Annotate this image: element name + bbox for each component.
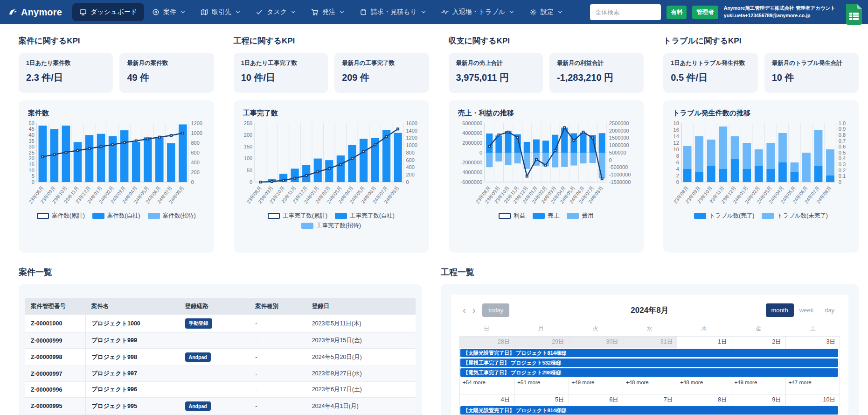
calendar-event[interactable]: 【太陽光設置完了日】 プロジェクト814様邸 [460, 349, 838, 357]
table-row[interactable]: Z-00000999プロジェクト999-2023年9月15日(金) [25, 333, 416, 349]
svg-text:0.4: 0.4 [839, 155, 846, 161]
more-events-link[interactable]: +48 more [677, 378, 731, 394]
nav-item-ダッシュボード[interactable]: ダッシュボード [72, 3, 144, 21]
more-events-link[interactable]: +49 more [731, 378, 785, 394]
svg-text:0.6: 0.6 [839, 144, 846, 149]
chevron-down-icon [180, 10, 186, 14]
svg-text:0: 0 [609, 157, 611, 163]
svg-text:0.7: 0.7 [839, 138, 846, 144]
calendar-date-cell[interactable]: 29日 [514, 337, 568, 348]
legend-item[interactable]: トラブル数(未完了) [762, 212, 828, 220]
svg-text:0: 0 [839, 179, 841, 185]
svg-text:1400: 1400 [406, 128, 417, 134]
brand[interactable]: Anymore [8, 7, 62, 18]
legend-item[interactable]: 工事完了数(招待) [301, 222, 361, 230]
calendar-date-cell[interactable]: 1日 [677, 337, 731, 348]
svg-text:25: 25 [29, 150, 35, 155]
calendar-week-row: 28日29日30日31日1日2日3日【太陽光設置完了日】 プロジェクト814様邸… [460, 337, 840, 394]
svg-text:50: 50 [29, 120, 35, 126]
calendar-date-cell[interactable]: 5日 [514, 394, 568, 406]
kpi-value: 49 件 [127, 71, 206, 84]
legend-label: 案件数(自社) [107, 212, 140, 220]
calendar-event[interactable]: 【屋根工事完了日】 プロジェクト532様邸 [460, 359, 838, 367]
project-route [180, 333, 250, 349]
calendar-view-month[interactable]: month [766, 303, 794, 317]
global-search-input[interactable] [590, 4, 661, 20]
nav-item-タスク[interactable]: タスク [249, 3, 303, 21]
svg-text:40: 40 [29, 132, 35, 138]
chart-card: 工事完了数05010015020025002004006008001000120… [234, 100, 429, 253]
calendar-view-week[interactable]: week [794, 303, 819, 317]
kpi-label: 最新月のトラブル発生合計 [772, 59, 851, 67]
chart-area: 02468101214161800.10.20.30.40.50.60.70.8… [670, 120, 852, 213]
table-row[interactable]: Z-00001000プロジェクト1000手動登録-2023年5月11日(木) [25, 315, 416, 333]
spreadsheet-icon[interactable] [844, 3, 864, 28]
legend-swatch [335, 213, 347, 219]
calendar-event[interactable]: 【太陽光設置完了日】 プロジェクト814様邸 [460, 406, 838, 415]
nav-item-案件[interactable]: 案件 [145, 3, 193, 21]
project-date: 2024年5月20日(月) [306, 349, 416, 366]
more-events-link[interactable]: +51 more [514, 378, 568, 394]
kpi-card: 最新月のトラブル発生合計10 件 [764, 53, 859, 93]
legend-item[interactable]: 工事完了数(自社) [335, 212, 395, 220]
calendar-date-cell[interactable]: 9日 [731, 394, 785, 406]
svg-text:150: 150 [244, 144, 252, 149]
table-row[interactable]: Z-00000997プロジェクト997-2023年9月27日(水) [25, 366, 416, 382]
calendar-date-cell[interactable]: 8日 [677, 394, 731, 406]
legend-label: 工事完了数(招待) [316, 222, 361, 230]
calendar-event[interactable]: 【電気工事完了日】 プロジェクト298様邸 [460, 368, 838, 377]
nav-item-請求・見積もり[interactable]: 請求・見積もり [353, 3, 433, 21]
more-events-link[interactable]: +47 more [785, 378, 840, 394]
nav-item-入退場・トラブル[interactable]: 入退場・トラブル [434, 3, 521, 21]
legend-item[interactable]: 案件数(自社) [92, 212, 140, 220]
table-row[interactable]: Z-00000995プロジェクト995Andpad-2024年4月1日(月) [25, 398, 416, 415]
chart-title: トラブル発生件数の推移 [673, 109, 852, 118]
legend-item[interactable]: 案件数(累計) [37, 212, 85, 220]
calendar-view-day[interactable]: day [819, 303, 840, 317]
kpi-section: 工程に関するKPI1日あたり工事完了数10 件/日最新月の工事完了数209 件工… [234, 35, 429, 253]
calendar-date-cell[interactable]: 28日 [460, 337, 514, 348]
calendar-date-cell[interactable]: 6日 [569, 394, 623, 406]
calendar-date-cell[interactable]: 10日 [785, 394, 840, 406]
calendar-date-cell[interactable]: 4日 [460, 394, 514, 406]
gear-icon [529, 8, 537, 16]
schedule-title: 工程一覧 [441, 267, 859, 278]
project-route: 手動登録 [180, 315, 250, 333]
chart-canvas: -6000000-4000000-20000000200000040000006… [455, 120, 636, 211]
weekday-label: 金 [731, 323, 786, 335]
legend-item[interactable]: 利益 [499, 212, 525, 220]
calendar-date-cell[interactable]: 30日 [569, 337, 623, 348]
calendar-toolbar: ‹ › today 2024年8月 monthweekday [459, 302, 840, 318]
kpi-card: 最新月の売上合計3,975,011 円 [449, 53, 543, 93]
nav-item-発注[interactable]: 発注 [304, 3, 352, 21]
legend-item[interactable]: トラブル数(完了) [694, 212, 754, 220]
legend-swatch [499, 213, 511, 219]
nav-item-設定[interactable]: 設定 [522, 3, 570, 21]
kpi-section: 案件に関するKPI1日あたり案件数2.3 件/日最新月の案件数49 件案件数05… [19, 35, 214, 253]
calendar-date-cell[interactable]: 7日 [623, 394, 677, 406]
calendar-date-cell[interactable]: 31日 [623, 337, 677, 348]
table-row[interactable]: Z-00000998プロジェクト998Andpad-2024年5月20日(月) [25, 349, 416, 366]
kpi-card: 1日あたり工事完了数10 件/日 [234, 53, 328, 93]
table-row[interactable]: Z-00000996プロジェクト996-2023年6月17日(土) [25, 382, 416, 398]
column-header: 案件名 [86, 298, 180, 315]
more-events-link[interactable]: +54 more [460, 378, 514, 394]
invoice-icon [360, 8, 367, 16]
nav-item-取引先[interactable]: 取引先 [194, 3, 248, 21]
nav-items: ダッシュボード案件取引先タスク発注請求・見積もり入退場・トラブル設定 [72, 3, 570, 21]
top-navbar: Anymore ダッシュボード案件取引先タスク発注請求・見積もり入退場・トラブル… [0, 0, 868, 24]
legend-item[interactable]: 案件数(招待) [148, 212, 196, 220]
kpi-label: 最新月の売上合計 [456, 59, 535, 67]
calendar-date-cell[interactable]: 3日 [785, 337, 840, 348]
more-events-link[interactable]: +49 more [569, 378, 623, 394]
legend-label: トラブル数(完了) [709, 212, 754, 220]
calendar-date-cell[interactable]: 2日 [731, 337, 785, 348]
legend-item[interactable]: 売上 [533, 212, 559, 220]
svg-text:10: 10 [674, 147, 679, 152]
more-events-link[interactable]: +48 more [623, 378, 677, 394]
legend-item[interactable]: 工事完了数(累計) [268, 212, 327, 220]
project-id: Z-00000998 [25, 349, 86, 366]
kpi-section-title: 収支に関するKPI [449, 35, 644, 46]
legend-item[interactable]: 費用 [567, 212, 593, 220]
svg-text:800: 800 [406, 150, 414, 155]
